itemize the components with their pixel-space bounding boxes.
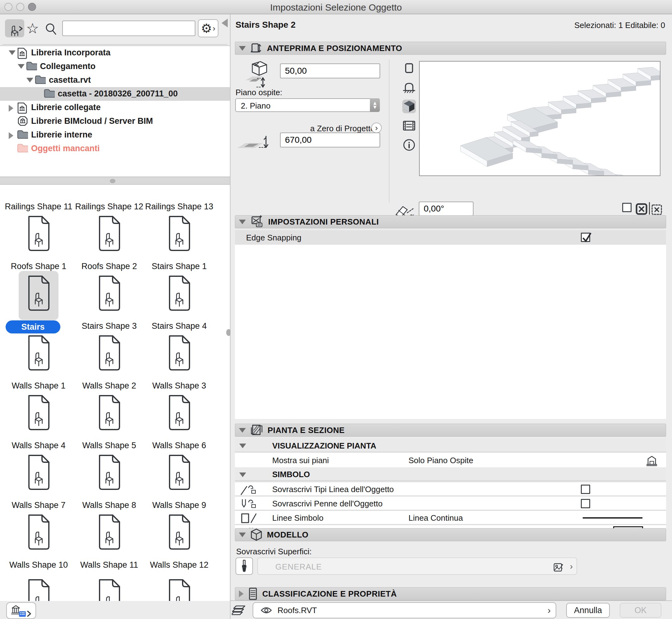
tree-item-libreria-incorporata[interactable]: Libreria Incorporata (0, 46, 230, 60)
object-doc-chair-icon[interactable] (96, 394, 123, 432)
grid-item-walls-shape-3[interactable]: Walls Shape 3 (144, 381, 214, 391)
grid-item-walls-shape-8[interactable]: Walls Shape 8 (74, 500, 144, 510)
mirror-checkbox[interactable] (622, 203, 631, 212)
grid-item-walls-shape-7[interactable]: Walls Shape 7 (3, 500, 74, 510)
grid-item-stairs-shape-4[interactable]: Stairs Shape 4 (144, 321, 214, 331)
layers-icon[interactable] (232, 602, 251, 618)
grid-item-walls-shape-5[interactable]: Walls Shape 5 (74, 441, 144, 451)
row-checkbox[interactable] (581, 485, 590, 494)
grid-item-walls-shape-1[interactable]: Walls Shape 1 (3, 381, 74, 391)
expander-down-icon[interactable] (26, 78, 33, 82)
grid-item-stairs-shape-2[interactable]: Stairs Shape 2 (6, 321, 60, 334)
grid-item-label[interactable]: Railings Shape 12 (74, 202, 144, 211)
tree-item-librerie-bimcloud-server-bim[interactable]: Librerie BIMcloud / Server BIM (0, 115, 230, 128)
section-header-anteprima[interactable]: ANTEPRIMA E POSIZIONAMENTO (235, 42, 666, 55)
story-offset-input[interactable] (280, 63, 380, 78)
object-doc-chair-icon[interactable] (166, 578, 193, 601)
mirror-on-icon[interactable] (635, 202, 648, 216)
subheader-simbolo[interactable]: SIMBOLO (235, 468, 666, 481)
object-doc-chair-icon[interactable] (96, 454, 123, 492)
surface-override-field[interactable]: GENERALE › (257, 557, 577, 575)
tree-item-collegamento[interactable]: Collegamento (0, 60, 230, 73)
favorites-star-icon[interactable]: ☆ (26, 21, 39, 36)
section-header-classificazione[interactable]: CLASSIFICAZIONE E PROPRIETÀ (235, 587, 666, 600)
mostra-sui-piani-row[interactable]: Mostra sui piani Solo Piano Ospite (235, 453, 666, 467)
tree-item-librerie-interne[interactable]: Librerie interne (0, 128, 230, 142)
mirror-off-icon[interactable] (651, 203, 663, 216)
grid-item-walls-shape-12[interactable]: Walls Shape 12 (144, 560, 214, 570)
object-doc-chair-icon[interactable] (166, 513, 193, 551)
object-browser-button[interactable] (5, 19, 24, 37)
symbol-row-1[interactable]: Sovrascrivi Penne dell'Oggetto (235, 496, 666, 509)
eye-icon[interactable] (260, 606, 273, 615)
object-doc-chair-icon[interactable] (25, 215, 52, 253)
row-checkbox[interactable] (581, 499, 590, 508)
grid-item-stairs-shape-3[interactable]: Stairs Shape 3 (74, 321, 144, 331)
search-input[interactable] (62, 20, 195, 36)
grid-item-walls-shape-2[interactable]: Walls Shape 2 (74, 381, 144, 391)
elevation-input[interactable] (280, 133, 380, 147)
reference-level-chevron-button[interactable]: › (371, 123, 382, 133)
object-doc-chair-icon[interactable] (166, 215, 193, 253)
view-3d-icon[interactable] (402, 99, 416, 113)
grid-item-walls-shape-6[interactable]: Walls Shape 6 (144, 441, 214, 451)
grid-item-walls-shape-11[interactable]: Walls Shape 11 (74, 560, 144, 570)
object-doc-chair-icon[interactable] (25, 454, 52, 492)
paint-brush-button[interactable] (236, 557, 253, 575)
edge-snapping-checkbox[interactable] (581, 233, 590, 242)
object-doc-chair-icon[interactable] (25, 513, 52, 551)
object-doc-chair-icon[interactable] (96, 578, 123, 601)
collapse-panel-arrow-icon[interactable] (221, 19, 228, 27)
object-doc-chair-icon[interactable] (96, 215, 123, 253)
tree-item-oggetti-mancanti[interactable]: Oggetti mancanti (0, 142, 230, 155)
object-doc-chair-icon[interactable] (166, 275, 193, 313)
grid-item-roofs-shape-1[interactable]: Roofs Shape 1 (3, 262, 74, 271)
object-doc-chair-icon[interactable] (166, 454, 193, 492)
subheader-visualizzazione[interactable]: VISUALIZZAZIONE PIANTA (235, 438, 666, 452)
view-2d-symbol-icon[interactable] (402, 61, 416, 75)
ok-button[interactable]: OK (620, 603, 661, 618)
line-sample[interactable] (583, 517, 643, 519)
tree-item-casetta-rvt[interactable]: casetta.rvt (0, 73, 230, 87)
object-3d-preview[interactable] (419, 61, 661, 176)
object-doc-chair-icon[interactable] (25, 275, 52, 313)
object-doc-chair-icon[interactable] (96, 334, 123, 372)
object-doc-chair-icon[interactable] (25, 394, 52, 432)
object-doc-chair-icon[interactable] (96, 513, 123, 551)
view-info-icon[interactable] (402, 138, 416, 152)
library-view-button[interactable] (6, 602, 36, 619)
cancel-button[interactable]: Annulla (566, 603, 610, 618)
host-story-select[interactable]: 2. Piano ▲▼ (235, 98, 380, 112)
grid-item-walls-shape-4[interactable]: Walls Shape 4 (3, 441, 74, 451)
object-doc-chair-icon[interactable] (25, 334, 52, 372)
rotation-angle-input[interactable] (419, 202, 473, 216)
section-header-personali[interactable]: IMPOSTAZIONI PERSONALI (235, 215, 666, 228)
grid-item-walls-shape-10[interactable]: Walls Shape 10 (3, 560, 74, 570)
search-icon[interactable] (45, 22, 57, 36)
expander-right-icon[interactable] (9, 132, 13, 139)
grid-item-roofs-shape-2[interactable]: Roofs Shape 2 (74, 262, 144, 271)
view-movie-icon[interactable] (402, 119, 416, 133)
grid-item-walls-shape-9[interactable]: Walls Shape 9 (144, 500, 214, 510)
section-header-modello[interactable]: MODELLO (235, 528, 666, 541)
view-front-icon[interactable] (402, 80, 416, 94)
expander-right-icon[interactable] (9, 105, 13, 112)
layer-field[interactable]: Roofs.RVT › (253, 602, 556, 618)
grid-item-label[interactable]: Railings Shape 11 (3, 202, 74, 211)
section-header-pianta[interactable]: PIANTA E SEZIONE (235, 424, 666, 437)
grid-item-stairs-shape-1[interactable]: Stairs Shape 1 (144, 262, 214, 271)
settings-gear-button[interactable]: ⚙› (198, 19, 218, 37)
expander-down-icon[interactable] (18, 64, 24, 69)
symbol-row-0[interactable]: Sovrascrivi Tipi Linea dell'Oggetto (235, 482, 666, 495)
select-stepper-icon[interactable]: ▲▼ (370, 98, 380, 112)
panel-splitter-horizontal[interactable] (0, 177, 230, 185)
object-doc-chair-icon[interactable] (25, 578, 52, 601)
object-doc-chair-icon[interactable] (166, 334, 193, 372)
grid-item-label[interactable]: Railings Shape 13 (144, 202, 214, 211)
tree-item-casetta-20180326-200711-00[interactable]: casetta - 20180326_200711_00 (0, 87, 230, 101)
tree-item-librerie-collegate[interactable]: Librerie collegate (0, 101, 230, 115)
expander-down-icon[interactable] (9, 50, 15, 55)
object-doc-chair-icon[interactable] (96, 275, 123, 313)
symbol-row-2[interactable]: Linee Simbolo Linea Continua (235, 510, 666, 524)
object-doc-chair-icon[interactable] (166, 394, 193, 432)
